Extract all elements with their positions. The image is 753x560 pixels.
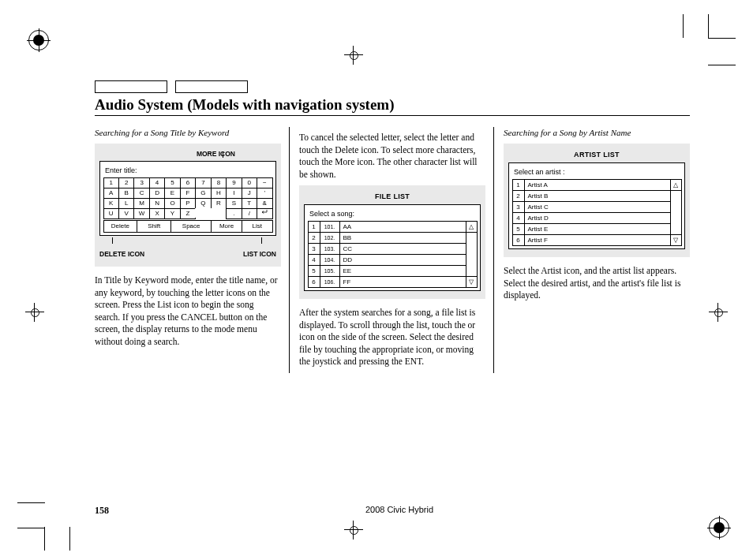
key-2[interactable]: 2 — [118, 177, 134, 189]
key-L[interactable]: L — [118, 198, 134, 209]
callout-delete-icon: DELETE ICON — [99, 250, 144, 258]
key-A[interactable]: A — [103, 188, 119, 199]
list-item[interactable]: 6106.FF — [308, 276, 466, 287]
crop-mark-icon — [69, 527, 70, 551]
key-D[interactable]: D — [149, 188, 165, 199]
key-K[interactable]: K — [103, 198, 119, 209]
key-B[interactable]: B — [118, 188, 134, 199]
item-index: 4 — [512, 212, 525, 224]
key-N[interactable]: N — [149, 198, 165, 209]
scroll-track[interactable] — [466, 232, 478, 277]
item-number: 106. — [320, 276, 340, 288]
shift-button[interactable]: Shift — [137, 220, 171, 233]
enter-key-icon[interactable] — [257, 208, 272, 219]
crop-mark-icon — [683, 14, 684, 38]
key-Z[interactable]: Z — [180, 208, 196, 219]
key-blank[interactable] — [195, 208, 211, 218]
key-S[interactable]: S — [226, 198, 242, 209]
file-list-screen: Select a song: 1101.AA2102.BB3103.CC4104… — [304, 204, 481, 291]
item-index: 3 — [308, 243, 320, 255]
key-J[interactable]: J — [242, 188, 257, 199]
key-Y[interactable]: Y — [164, 208, 180, 219]
list-item[interactable]: 1101.AA — [308, 221, 466, 232]
scroll-up-icon[interactable]: △ — [670, 179, 682, 191]
key-X[interactable]: X — [149, 208, 165, 219]
key-Q[interactable]: Q — [195, 198, 211, 209]
list-item[interactable]: 1Artist A — [512, 179, 670, 190]
scrollbar[interactable]: △ ▽ — [670, 179, 681, 245]
item-number: 101. — [320, 221, 340, 233]
key-H[interactable]: H — [211, 188, 227, 199]
key-'[interactable]: ' — [257, 188, 272, 199]
column-2: To cancel the selected letter, select th… — [299, 127, 494, 373]
item-index: 4 — [308, 254, 320, 266]
subheading-artist-name: Searching for a Song by Artist Name — [504, 127, 690, 139]
list-item[interactable]: 6Artist F — [512, 234, 670, 245]
page-number: 158 — [95, 505, 109, 517]
key-U[interactable]: U — [103, 208, 119, 219]
key-O[interactable]: O — [164, 198, 180, 209]
key-E[interactable]: E — [164, 188, 180, 199]
key-8[interactable]: 8 — [211, 177, 227, 189]
list-item[interactable]: 4Artist D — [512, 212, 670, 223]
registration-cross-icon — [712, 306, 725, 319]
key-/[interactable]: / — [242, 208, 257, 219]
item-name: Artist F — [524, 234, 671, 246]
item-index: 2 — [308, 232, 320, 244]
keyboard-panel: MORE ICON Enter title: 1234567890−ABCDEF… — [95, 144, 281, 267]
item-number: 105. — [320, 265, 340, 277]
key-5[interactable]: 5 — [164, 177, 180, 189]
key-&[interactable]: & — [257, 198, 272, 209]
scroll-down-icon[interactable]: ▽ — [670, 234, 682, 246]
registration-mark-icon — [28, 30, 49, 50]
column-3: Searching for a Song by Artist Name ARTI… — [504, 127, 690, 373]
key-−[interactable]: − — [257, 177, 272, 189]
scroll-track[interactable] — [670, 190, 682, 235]
artist-list-title: ARTIST LIST — [508, 150, 685, 159]
item-index: 2 — [512, 190, 525, 202]
item-name: EE — [339, 265, 466, 277]
key-6[interactable]: 6 — [180, 177, 196, 189]
key-W[interactable]: W — [133, 208, 149, 219]
list-item[interactable]: 5Artist E — [512, 223, 670, 234]
more-button[interactable]: More — [211, 220, 242, 233]
key-.[interactable]: . — [226, 208, 242, 219]
header-boxes — [95, 79, 690, 93]
key-3[interactable]: 3 — [133, 177, 149, 189]
item-name: Artist B — [524, 190, 671, 202]
key-F[interactable]: F — [180, 188, 196, 199]
enter-title-label: Enter title: — [105, 166, 272, 175]
key-R[interactable]: R — [211, 198, 227, 209]
list-item[interactable]: 3103.CC — [308, 243, 466, 254]
list-button[interactable]: List — [242, 220, 273, 233]
list-item[interactable]: 2Artist B — [512, 190, 670, 201]
key-4[interactable]: 4 — [149, 177, 165, 189]
scroll-down-icon[interactable]: ▽ — [466, 276, 478, 288]
registration-cross-icon — [347, 524, 360, 536]
key-P[interactable]: P — [180, 198, 196, 209]
registration-cross-icon — [28, 306, 41, 319]
list-item[interactable]: 5105.EE — [308, 265, 466, 276]
list-item[interactable]: 3Artist C — [512, 201, 670, 212]
key-T[interactable]: T — [242, 198, 257, 209]
item-name: Artist E — [524, 223, 671, 235]
key-1[interactable]: 1 — [103, 177, 119, 189]
key-V[interactable]: V — [118, 208, 134, 219]
key-G[interactable]: G — [195, 188, 211, 199]
key-M[interactable]: M — [133, 198, 149, 209]
list-item[interactable]: 2102.BB — [308, 232, 466, 243]
key-C[interactable]: C — [133, 188, 149, 199]
key-0[interactable]: 0 — [242, 177, 257, 189]
list-item[interactable]: 4104.DD — [308, 254, 466, 265]
delete-button[interactable]: Delete — [103, 220, 138, 233]
key-9[interactable]: 9 — [226, 177, 242, 189]
registration-mark-icon — [709, 517, 729, 538]
space-button[interactable]: Space — [170, 220, 212, 233]
body-text: After the system searches for a song, a … — [299, 307, 485, 368]
arrow-up-icon — [112, 237, 113, 244]
scrollbar[interactable]: △ ▽ — [466, 221, 477, 287]
scroll-up-icon[interactable]: △ — [466, 221, 478, 233]
key-blank[interactable] — [211, 208, 227, 218]
key-7[interactable]: 7 — [195, 177, 211, 189]
key-I[interactable]: I — [226, 188, 242, 199]
